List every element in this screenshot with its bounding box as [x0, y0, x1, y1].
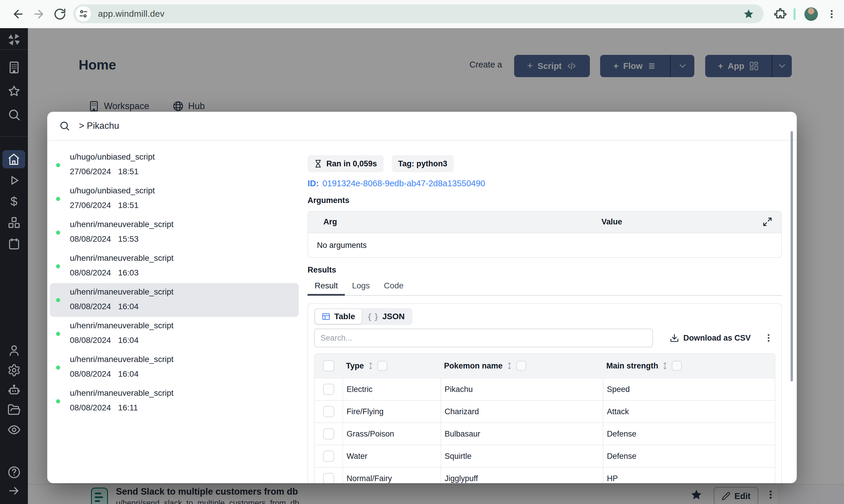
run-timestamp: 08/08/202416:11 [70, 403, 138, 412]
browser-menu-icon[interactable] [824, 6, 839, 22]
download-icon [670, 333, 679, 343]
success-dot-icon [56, 163, 60, 167]
variables-dollar-icon[interactable]: $ [0, 195, 28, 208]
arguments-table: Arg Value No arguments [308, 211, 782, 258]
table-row[interactable]: Fire/Flying Charizard Attack [315, 400, 775, 422]
windmill-logo-icon[interactable] [0, 32, 28, 48]
help-icon[interactable] [0, 466, 28, 479]
result-container: Table { } JSON Download as CSV [308, 303, 782, 483]
run-badges: Ran in 0,059s Tag: python3 [308, 155, 782, 172]
tab-logs[interactable]: Logs [345, 277, 377, 294]
favorites-star-icon[interactable] [0, 85, 28, 98]
cell-pokemon-name: Jigglypuff [441, 468, 603, 483]
table-menu-icon[interactable] [764, 333, 774, 343]
cell-type: Fire/Flying [342, 401, 441, 422]
row-checkbox[interactable] [323, 384, 334, 395]
url-bar[interactable]: app.windmill.dev [73, 4, 764, 23]
row-checkbox[interactable] [323, 406, 334, 417]
run-list-item[interactable]: u/henri/maneuverable_script 08/08/202415… [50, 216, 299, 249]
run-list-item[interactable]: u/henri/maneuverable_script 08/08/202416… [50, 384, 299, 418]
success-dot-icon [56, 231, 60, 235]
back-icon[interactable] [11, 6, 26, 22]
run-list-item[interactable]: u/hugo/unbiased_script 27/06/202418:51 [50, 148, 299, 182]
gear-icon[interactable] [0, 363, 28, 377]
download-csv-button[interactable]: Download as CSV [670, 333, 751, 343]
eye-icon[interactable] [0, 423, 28, 436]
run-id-link[interactable]: ID:0191324e-8068-9edb-ab47-2d8a13550490 [308, 179, 782, 188]
cell-type: Grass/Poison [342, 423, 441, 445]
duration-badge-label: Ran in 0,059s [326, 159, 377, 168]
result-table: Type Pokemon name Main strength [314, 353, 775, 483]
table-search-input[interactable] [314, 328, 653, 347]
forward-icon[interactable] [31, 6, 47, 22]
row-checkbox[interactable] [323, 473, 334, 483]
cell-type: Normal/Fairy [342, 468, 441, 483]
cell-pokemon-name: Bulbasaur [441, 423, 603, 445]
row-checkbox[interactable] [323, 428, 334, 439]
tag-badge: Tag: python3 [392, 155, 454, 172]
table-row[interactable]: Electric Pikachu Speed [315, 378, 775, 400]
runs-play-icon[interactable] [0, 174, 28, 187]
run-list-item[interactable]: u/henri/maneuverable_script 08/08/202416… [50, 350, 299, 384]
run-timestamp: 27/06/202418:51 [70, 167, 139, 176]
expand-arrow-icon[interactable] [0, 484, 28, 497]
id-value: 0191324e-8068-9edb-ab47-2d8a13550490 [323, 179, 485, 188]
run-timestamp: 08/08/202415:53 [70, 234, 139, 244]
reload-icon[interactable] [52, 6, 68, 22]
value-column-header: Value [601, 217, 622, 227]
view-table-button[interactable]: Table [315, 309, 362, 324]
column-header-type: Type [342, 354, 441, 378]
run-script-path: u/hugo/unbiased_script [70, 186, 155, 195]
workspace-building-icon[interactable] [0, 61, 28, 74]
table-row[interactable]: Grass/Poison Bulbasaur Defense [315, 422, 775, 445]
profile-avatar[interactable] [804, 7, 818, 21]
expand-icon[interactable] [762, 217, 772, 227]
tab-code[interactable]: Code [377, 277, 411, 294]
sort-icon[interactable] [507, 361, 512, 371]
cell-main-strength: Defense [603, 445, 775, 467]
view-toggle: Table { } JSON [314, 308, 412, 325]
modal-scrollbar-thumb[interactable] [791, 131, 793, 381]
results-tabs: Result Logs Code [308, 277, 782, 296]
site-settings-icon[interactable] [76, 6, 91, 21]
run-detail-panel: Ran in 0,059s Tag: python3 ID:0191324e-8… [308, 155, 782, 483]
run-timestamp: 08/08/202416:04 [70, 336, 139, 345]
run-script-path: u/hugo/unbiased_script [70, 152, 155, 162]
run-list-item[interactable]: u/henri/maneuverable_script 08/08/202416… [50, 317, 299, 350]
result-table-body: Electric Pikachu Speed Fire/Flying Chari… [315, 378, 775, 483]
resources-boxes-icon[interactable] [0, 216, 28, 229]
duration-badge: Ran in 0,059s [308, 155, 383, 172]
run-list-item[interactable]: u/henri/maneuverable_script 08/08/202416… [50, 249, 299, 283]
table-icon [322, 312, 330, 321]
run-list-item[interactable]: u/hugo/unbiased_script 27/06/202418:51 [50, 182, 299, 216]
column-toggle-checkbox[interactable] [377, 361, 388, 371]
sort-icon[interactable] [368, 361, 373, 371]
run-script-path: u/henri/maneuverable_script [70, 389, 174, 398]
table-row[interactable]: Water Squirtle Defense [315, 445, 775, 467]
column-toggle-checkbox[interactable] [516, 361, 526, 371]
cell-main-strength: Attack [603, 401, 775, 422]
bookmark-star-icon[interactable] [743, 8, 754, 20]
palette-search-input[interactable]: > Pikachu [79, 121, 119, 131]
run-script-path: u/henri/maneuverable_script [70, 287, 174, 296]
column-toggle-checkbox[interactable] [672, 361, 682, 371]
cell-pokemon-name: Squirtle [441, 445, 603, 467]
extensions-icon[interactable] [772, 6, 788, 21]
tab-result[interactable]: Result [308, 277, 345, 296]
run-list-item[interactable]: u/henri/maneuverable_script 08/08/202416… [50, 283, 299, 317]
table-view-label: Table [334, 312, 355, 321]
folder-icon[interactable] [0, 403, 28, 417]
view-json-button[interactable]: { } JSON [362, 309, 411, 324]
cell-main-strength: HP [603, 468, 775, 483]
workers-robot-icon[interactable] [0, 383, 28, 397]
schedules-calendar-icon[interactable] [0, 237, 28, 251]
user-icon[interactable] [0, 344, 28, 357]
row-checkbox[interactable] [323, 451, 334, 462]
column-header-main-strength: Main strength [603, 354, 775, 378]
search-icon[interactable] [0, 108, 28, 122]
table-row[interactable]: Normal/Fairy Jigglypuff HP [315, 467, 775, 483]
sidebar-item-home[interactable] [2, 150, 25, 168]
sort-icon[interactable] [663, 361, 667, 371]
select-all-checkbox[interactable] [323, 360, 334, 372]
browser-toolbar: app.windmill.dev [0, 0, 844, 28]
